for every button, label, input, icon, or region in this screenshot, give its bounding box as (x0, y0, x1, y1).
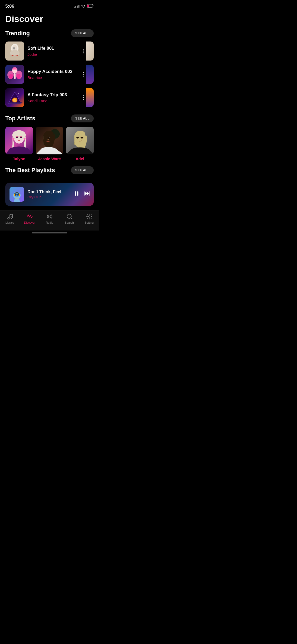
trending-more-button-3[interactable] (81, 93, 86, 102)
svg-rect-54 (75, 191, 76, 196)
pause-button[interactable] (74, 191, 79, 198)
now-playing-controls (74, 191, 89, 198)
svg-point-36 (23, 138, 25, 140)
now-playing-bar[interactable]: Don't Think, Feel City Club (5, 183, 94, 206)
artist-card-jessie-ware[interactable]: Jessie Ware (36, 127, 63, 161)
artist-photo-adel (66, 127, 94, 154)
artist-card-adel[interactable]: Adel (66, 127, 94, 161)
trending-info-3: A Fantasy Trip 003 Kandi Landi (24, 92, 81, 103)
trending-list: Soft Life 001 Jodie (0, 42, 99, 111)
radio-icon (46, 213, 53, 220)
best-playlists-section: The Best Playlists SEE ALL (0, 166, 99, 178)
svg-rect-1 (87, 5, 89, 7)
svg-point-33 (16, 136, 18, 137)
tab-radio[interactable]: Radio (40, 213, 59, 224)
svg-point-61 (49, 216, 50, 217)
svg-rect-55 (77, 191, 78, 196)
artist-name-jessie-ware: Jessie Ware (36, 157, 63, 161)
svg-point-59 (8, 218, 9, 219)
trending-preview-1 (86, 42, 94, 61)
page-title: Discover (0, 11, 99, 29)
status-icons (74, 4, 94, 9)
now-playing-title: Don't Think, Feel (27, 190, 70, 194)
battery-icon (87, 4, 94, 9)
tab-search-label: Search (65, 221, 74, 224)
trending-section-title: Trending (5, 30, 30, 37)
tab-library[interactable]: Library (0, 213, 20, 224)
svg-point-34 (20, 136, 22, 137)
tab-setting-label: Setting (84, 221, 93, 224)
trending-more-button-1[interactable] (81, 47, 86, 56)
svg-point-13 (9, 74, 13, 79)
skip-forward-button[interactable] (84, 191, 89, 198)
svg-point-24 (18, 93, 19, 94)
best-playlists-see-all-button[interactable]: SEE ALL (71, 166, 94, 174)
trending-track-name-1: Soft Life 001 (27, 46, 77, 51)
now-playing-subtitle: City Club (27, 195, 70, 199)
svg-rect-16 (86, 65, 94, 84)
trending-thumb-3 (5, 88, 24, 107)
svg-point-41 (49, 137, 50, 138)
artist-card-taiyon[interactable]: Taiyon (5, 127, 33, 161)
svg-point-46 (81, 137, 83, 138)
trending-item[interactable]: A Fantasy Trip 003 Kandi Landi (5, 88, 94, 107)
svg-point-26 (9, 94, 9, 95)
status-bar: 5:06 (0, 0, 99, 11)
svg-rect-8 (86, 42, 94, 61)
trending-item[interactable]: Happy Accidents 002 Beatrice (5, 65, 94, 84)
discover-icon (26, 213, 33, 220)
artist-name-adel: Adel (66, 157, 94, 161)
wifi-icon (81, 4, 85, 9)
svg-marker-57 (87, 191, 89, 196)
svg-point-35 (12, 138, 14, 140)
artist-name-taiyon: Taiyon (5, 157, 33, 161)
top-artists-section-title: Top Artists (5, 115, 35, 122)
tab-bar: Library Discover Radio (0, 210, 99, 231)
trending-item[interactable]: Soft Life 001 Jodie (5, 42, 94, 61)
home-indicator-bar (32, 232, 67, 233)
svg-point-25 (20, 95, 20, 96)
best-playlists-section-header: The Best Playlists SEE ALL (0, 166, 99, 178)
tab-setting[interactable]: Setting (79, 213, 99, 224)
library-icon (7, 213, 13, 220)
svg-point-64 (88, 216, 90, 217)
best-playlists-section-title: The Best Playlists (5, 167, 55, 174)
trending-more-button-2[interactable] (81, 70, 86, 79)
svg-point-53 (17, 194, 19, 196)
svg-point-14 (16, 74, 21, 79)
setting-icon (86, 213, 93, 220)
signal-icon (74, 5, 79, 8)
svg-point-45 (76, 137, 79, 138)
svg-point-20 (13, 98, 17, 102)
status-time: 5:06 (5, 4, 14, 9)
svg-rect-15 (14, 73, 16, 79)
svg-point-52 (15, 194, 17, 196)
trending-info-2: Happy Accidents 002 Beatrice (24, 69, 81, 80)
home-indicator (0, 231, 99, 234)
top-artists-section-header: Top Artists SEE ALL (0, 114, 99, 127)
tab-search[interactable]: Search (59, 213, 79, 224)
trending-info-1: Soft Life 001 Jodie (24, 46, 81, 57)
top-artists-see-all-button[interactable]: SEE ALL (71, 114, 94, 122)
search-icon (66, 213, 73, 220)
svg-rect-50 (14, 194, 15, 196)
trending-see-all-button[interactable]: SEE ALL (71, 29, 94, 37)
tab-radio-label: Radio (46, 221, 53, 224)
trending-section-header: Trending SEE ALL (0, 29, 99, 42)
now-playing-thumb (10, 187, 24, 202)
tab-discover[interactable]: Discover (20, 213, 40, 224)
tab-discover-label: Discover (24, 221, 35, 224)
top-artists-section: Top Artists SEE ALL (0, 114, 99, 161)
trending-track-name-3: A Fantasy Trip 003 (27, 92, 77, 98)
tab-library-label: Library (6, 221, 15, 224)
trending-artist-3: Kandi Landi (27, 99, 77, 103)
svg-point-7 (10, 50, 20, 56)
artist-photo-taiyon (5, 127, 33, 154)
trending-preview-3 (86, 88, 94, 107)
svg-rect-27 (86, 88, 94, 107)
svg-point-42 (48, 139, 49, 140)
artist-photo-jessie-ware (36, 127, 63, 154)
svg-point-21 (7, 102, 23, 104)
trending-preview-2 (86, 65, 94, 84)
trending-thumb-1 (5, 42, 24, 61)
